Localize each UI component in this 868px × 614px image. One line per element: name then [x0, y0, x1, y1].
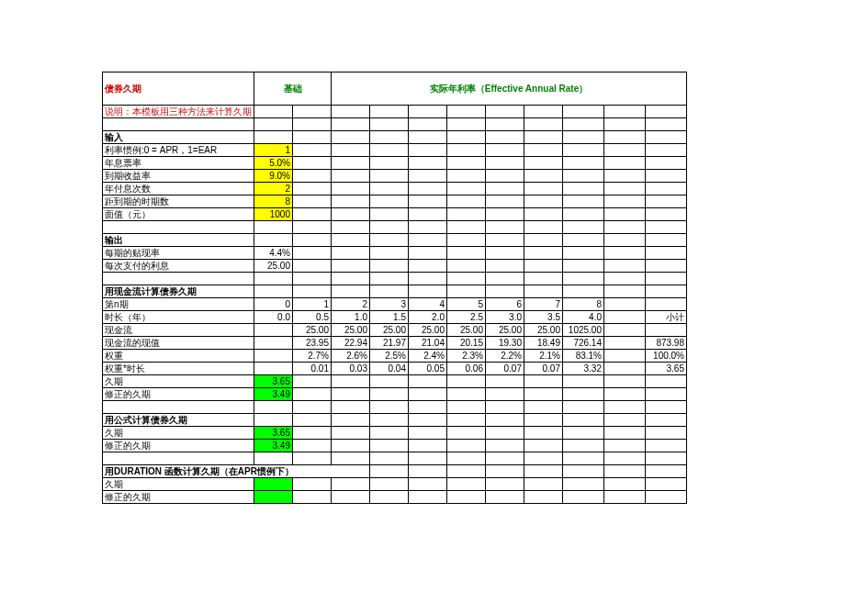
cf-w-4[interactable]: 2.4%	[409, 350, 447, 363]
cf-cf-0[interactable]	[254, 324, 293, 337]
page-title: 债券久期	[103, 73, 254, 106]
input-label-coupon: 年息票率	[103, 157, 254, 170]
cf-cf-8[interactable]: 1025.00	[563, 324, 604, 337]
cf-pv-2[interactable]: 22.94	[332, 337, 370, 350]
cf-weight-label: 权重	[103, 350, 254, 363]
section-duration-fn: 用DURATION 函数计算久期（在APR惯例下）	[103, 465, 370, 478]
cf-wt-0[interactable]	[254, 363, 293, 375]
cf-cf-2[interactable]: 25.00	[332, 324, 370, 337]
cf-time-8[interactable]: 4.0	[563, 311, 604, 324]
output-label-coupon-pmt: 每次支付的利息	[103, 260, 254, 273]
cf-pv-total[interactable]: 873.98	[646, 337, 687, 350]
input-label-ytm: 到期收益率	[103, 170, 254, 183]
cf-pv-1[interactable]: 23.95	[293, 337, 332, 350]
cf-wt-label: 权重*时长	[103, 363, 254, 375]
cf-cf-3[interactable]: 25.00	[370, 324, 409, 337]
cf-pv-6[interactable]: 19.30	[486, 337, 524, 350]
cf-period-1[interactable]: 1	[293, 298, 332, 311]
output-value-coupon-pmt[interactable]: 25.00	[254, 260, 293, 273]
cf-w-7[interactable]: 2.1%	[524, 350, 563, 363]
fm-duration-value[interactable]: 3.65	[254, 427, 293, 440]
cf-w-total[interactable]: 100.0%	[646, 350, 687, 363]
cf-time-2[interactable]: 1.0	[332, 311, 370, 324]
cf-w-3[interactable]: 2.5%	[370, 350, 409, 363]
cf-pv-8[interactable]: 726.14	[563, 337, 604, 350]
input-value-periods[interactable]: 8	[254, 195, 293, 208]
cf-wt-total[interactable]: 3.65	[646, 363, 687, 375]
fm-mod-duration-value[interactable]: 3.49	[254, 440, 293, 452]
dfn-duration-label: 久期	[103, 478, 254, 491]
dfn-mod-duration-value[interactable]	[254, 491, 293, 504]
input-value-coupon[interactable]: 5.0%	[254, 157, 293, 170]
grid-table[interactable]: 债券久期 基础 实际年利率（Effective Annual Rate） 说明：…	[102, 72, 687, 504]
cf-period-7[interactable]: 7	[524, 298, 563, 311]
cf-cf-4[interactable]: 25.00	[409, 324, 447, 337]
cf-w-5[interactable]: 2.3%	[447, 350, 486, 363]
cf-pv-4[interactable]: 21.04	[409, 337, 447, 350]
cf-wt-1[interactable]: 0.01	[293, 363, 332, 375]
input-label-periods: 距到期的时期数	[103, 195, 254, 208]
cf-period-4[interactable]: 4	[409, 298, 447, 311]
cf-period-8[interactable]: 8	[563, 298, 604, 311]
section-formula: 用公式计算债券久期	[103, 414, 254, 427]
cf-mod-duration-label: 修正的久期	[103, 388, 254, 401]
cf-period-6[interactable]: 6	[486, 298, 524, 311]
cf-wt-8[interactable]: 3.32	[563, 363, 604, 375]
fm-mod-duration-label: 修正的久期	[103, 440, 254, 452]
spreadsheet: 债券久期 基础 实际年利率（Effective Annual Rate） 说明：…	[0, 0, 868, 614]
cf-mod-duration-value[interactable]: 3.49	[254, 388, 293, 401]
cf-w-0[interactable]	[254, 350, 293, 363]
input-value-face[interactable]: 1000	[254, 208, 293, 221]
cf-cf-7[interactable]: 25.00	[524, 324, 563, 337]
cf-pv-3[interactable]: 21.97	[370, 337, 409, 350]
section-cashflow: 用现金流计算债券久期	[103, 285, 254, 298]
cf-w-8[interactable]: 83.1%	[563, 350, 604, 363]
cf-cf-5[interactable]: 25.00	[447, 324, 486, 337]
input-label-face: 面值（元）	[103, 208, 254, 221]
cf-period-5[interactable]: 5	[447, 298, 486, 311]
input-value-rate-convention[interactable]: 1	[254, 144, 293, 157]
cf-duration-label: 久期	[103, 375, 254, 388]
cf-time-5[interactable]: 2.5	[447, 311, 486, 324]
cf-time-6[interactable]: 3.0	[486, 311, 524, 324]
cf-cf-1[interactable]: 25.00	[293, 324, 332, 337]
cf-cf-6[interactable]: 25.00	[486, 324, 524, 337]
cf-time-7[interactable]: 3.5	[524, 311, 563, 324]
cf-time-label: 时长（年）	[103, 311, 254, 324]
cf-wt-4[interactable]: 0.05	[409, 363, 447, 375]
dfn-mod-duration-label: 修正的久期	[103, 491, 254, 504]
input-label-rate-convention: 利率惯例:0 = APR，1=EAR	[103, 144, 254, 157]
cf-cf-label: 现金流	[103, 324, 254, 337]
cf-pv-0[interactable]	[254, 337, 293, 350]
cf-wt-6[interactable]: 0.07	[486, 363, 524, 375]
cf-wt-3[interactable]: 0.04	[370, 363, 409, 375]
cf-period-0[interactable]: 0	[254, 298, 293, 311]
input-label-freq: 年付息次数	[103, 183, 254, 195]
cf-time-4[interactable]: 2.0	[409, 311, 447, 324]
note-text: 说明：本模板用三种方法来计算久期	[103, 106, 254, 118]
input-value-ytm[interactable]: 9.0%	[254, 170, 293, 183]
ear-header: 实际年利率（Effective Annual Rate）	[332, 73, 687, 106]
cf-pv-label: 现金流的现值	[103, 337, 254, 350]
cf-w-1[interactable]: 2.7%	[293, 350, 332, 363]
cf-period-2[interactable]: 2	[332, 298, 370, 311]
cf-w-6[interactable]: 2.2%	[486, 350, 524, 363]
cf-duration-value[interactable]: 3.65	[254, 375, 293, 388]
basis-header: 基础	[254, 73, 332, 106]
cf-w-2[interactable]: 2.6%	[332, 350, 370, 363]
dfn-duration-value[interactable]	[254, 478, 293, 491]
fm-duration-label: 久期	[103, 427, 254, 440]
cf-period-3[interactable]: 3	[370, 298, 409, 311]
cf-time-0[interactable]: 0.0	[254, 311, 293, 324]
cf-pv-5[interactable]: 20.15	[447, 337, 486, 350]
cf-time-3[interactable]: 1.5	[370, 311, 409, 324]
cf-wt-5[interactable]: 0.06	[447, 363, 486, 375]
input-value-freq[interactable]: 2	[254, 183, 293, 195]
section-outputs: 输出	[103, 234, 254, 247]
cf-pv-7[interactable]: 18.49	[524, 337, 563, 350]
output-value-disc[interactable]: 4.4%	[254, 247, 293, 260]
cf-subtotal-label: 小计	[646, 311, 687, 324]
cf-wt-2[interactable]: 0.03	[332, 363, 370, 375]
cf-wt-7[interactable]: 0.07	[524, 363, 563, 375]
cf-time-1[interactable]: 0.5	[293, 311, 332, 324]
